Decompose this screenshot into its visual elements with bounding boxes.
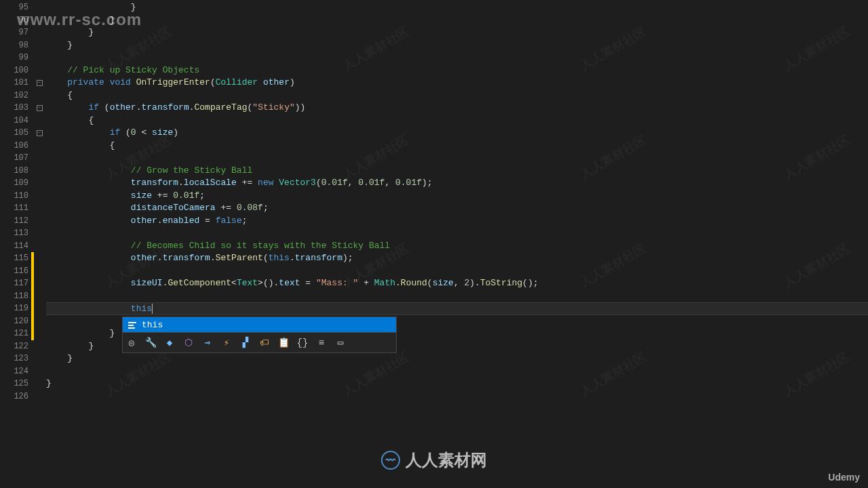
line-number: 122	[0, 340, 28, 353]
line-number: 126	[0, 390, 28, 403]
change-indicator	[31, 252, 34, 340]
intellisense-selected-item[interactable]: this	[123, 317, 396, 332]
intellisense-item-label: this	[142, 320, 163, 330]
code-line: {	[46, 140, 868, 152]
code-line: }	[46, 352, 868, 365]
lines-icon[interactable]: ≡	[315, 337, 328, 349]
line-number: 101	[0, 77, 28, 89]
code-line	[46, 265, 868, 278]
line-number: 107	[0, 152, 28, 165]
code-line: // Grow the Sticky Ball	[46, 165, 868, 178]
code-line: other.enabled = false;	[46, 215, 868, 228]
code-line	[46, 227, 868, 240]
intellisense-popup[interactable]: this ◎ 🔧 ◆ ⬡ ⊸ ⚡ ▞ 🏷 📋 {} ≡ ▭	[122, 317, 397, 353]
line-number: 115	[0, 252, 28, 265]
code-line: if (0 < size)	[46, 127, 868, 140]
line-number: 118	[0, 290, 28, 303]
code-line: other.transform.SetParent(this.transform…	[46, 252, 868, 265]
code-line: distanceToCamera += 0.08f;	[46, 202, 868, 215]
code-line: if (other.transform.CompareTag("Sticky")…	[46, 102, 868, 115]
line-number: 111	[0, 202, 28, 215]
watermark-bottom-right: Udemy	[828, 472, 860, 483]
line-number: 120	[0, 315, 28, 328]
line-number: 110	[0, 190, 28, 203]
code-line: sizeUI.GetComponent<Text>().text = "Mass…	[46, 277, 868, 290]
cube-icon[interactable]: ◆	[163, 337, 176, 349]
code-line: }	[46, 39, 868, 52]
code-line-current: this	[46, 302, 868, 315]
line-number: 103	[0, 102, 28, 115]
intellisense-filter-toolbar: ◎ 🔧 ◆ ⬡ ⊸ ⚡ ▞ 🏷 📋 {} ≡ ▭	[123, 332, 396, 352]
watermark-center: 〰 人人素材网	[381, 449, 487, 471]
text-cursor	[152, 304, 153, 314]
svg-rect-2	[128, 327, 135, 329]
code-line: size += 0.01f;	[46, 190, 868, 203]
lightning-icon[interactable]: ⚡	[220, 337, 233, 349]
code-line: }	[46, 26, 868, 39]
braces-icon[interactable]: {}	[296, 337, 309, 349]
panels-icon[interactable]: ▞	[239, 337, 252, 349]
code-line	[46, 290, 868, 303]
hexagon-icon[interactable]: ⬡	[182, 337, 195, 349]
key-icon[interactable]: ⊸	[201, 337, 214, 349]
line-number: 125	[0, 378, 28, 390]
line-number: 123	[0, 352, 28, 365]
wrench-icon[interactable]: 🔧	[144, 337, 157, 349]
watermark-top-left: www.rr-sc.com	[17, 10, 142, 29]
line-number: 114	[0, 240, 28, 253]
fold-gutter: − − −	[33, 0, 46, 488]
line-number: 104	[0, 115, 28, 127]
code-line: // Becomes Child so it stays with the St…	[46, 240, 868, 253]
svg-rect-0	[128, 322, 136, 323]
code-line	[46, 152, 868, 165]
line-number: 112	[0, 215, 28, 228]
code-line	[46, 52, 868, 64]
line-number: 121	[0, 327, 28, 340]
fold-toggle-icon[interactable]: −	[37, 80, 43, 86]
line-number: 119	[0, 302, 28, 315]
svg-rect-1	[128, 325, 134, 326]
clipboard-icon[interactable]: 📋	[277, 337, 290, 349]
line-number: 116	[0, 265, 28, 278]
fold-toggle-icon[interactable]: −	[37, 130, 43, 136]
line-number: 106	[0, 140, 28, 152]
line-number: 99	[0, 52, 28, 64]
code-line: }	[46, 378, 868, 390]
code-line: }	[46, 1, 868, 14]
line-number: 113	[0, 227, 28, 240]
logo-icon: 〰	[381, 451, 400, 470]
code-line: }	[46, 14, 868, 27]
target-icon[interactable]: ◎	[125, 337, 138, 349]
code-line	[46, 390, 868, 403]
line-number: 100	[0, 64, 28, 77]
fold-toggle-icon[interactable]: −	[37, 105, 43, 111]
code-line: {	[46, 115, 868, 127]
code-line: // Pick up Sticky Objects	[46, 64, 868, 77]
code-line: private void OnTriggerEnter(Collider oth…	[46, 77, 868, 89]
code-editor: 95 96 97 98 99 100 101 102 103 104 105 1…	[0, 0, 868, 488]
keyword-icon	[127, 319, 138, 330]
line-number: 109	[0, 177, 28, 190]
line-number: 102	[0, 89, 28, 102]
code-area[interactable]: } } } } // Pick up Sticky Objects privat…	[46, 0, 868, 488]
code-line	[46, 365, 868, 378]
line-number: 117	[0, 277, 28, 290]
line-number-gutter: 95 96 97 98 99 100 101 102 103 104 105 1…	[0, 0, 33, 488]
tablet-icon[interactable]: ▭	[334, 337, 347, 349]
code-line: {	[46, 89, 868, 102]
line-number: 108	[0, 165, 28, 178]
line-number: 124	[0, 365, 28, 378]
tags-icon[interactable]: 🏷	[258, 337, 271, 349]
code-line: transform.localScale += new Vector3(0.01…	[46, 177, 868, 190]
line-number: 105	[0, 127, 28, 140]
line-number: 98	[0, 39, 28, 52]
